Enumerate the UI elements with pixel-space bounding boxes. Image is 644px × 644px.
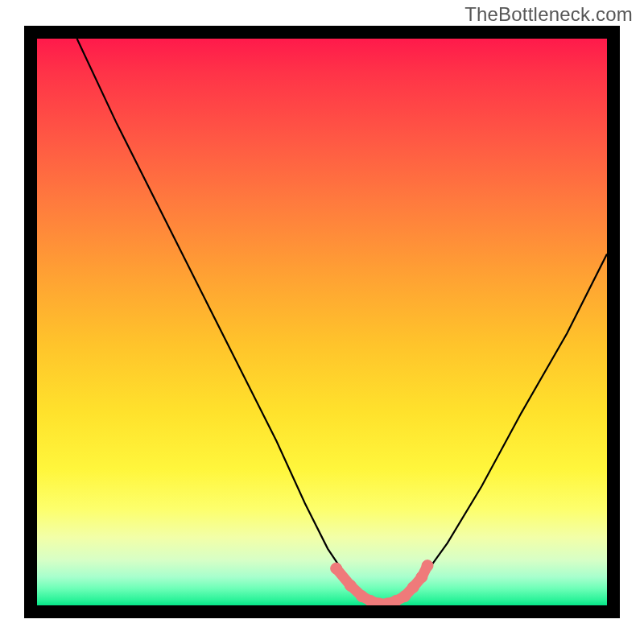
curve-path: [77, 39, 607, 605]
chart-frame: TheBottleneck.com: [0, 0, 644, 644]
highlight-segment: [336, 566, 427, 604]
bottleneck-curve: [37, 39, 607, 605]
plot-border: [24, 26, 620, 618]
highlight-markers-group: [331, 560, 433, 605]
watermark-text: TheBottleneck.com: [464, 3, 633, 26]
plot-area: [37, 39, 607, 605]
